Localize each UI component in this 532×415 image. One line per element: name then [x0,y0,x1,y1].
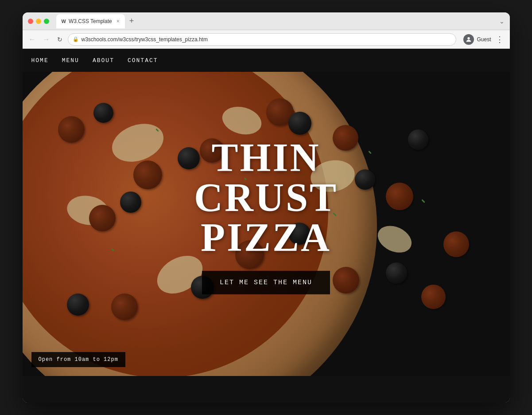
lock-icon: 🔒 [73,36,79,42]
title-bar: W W3.CSS Template × + ⌄ [23,12,510,30]
svg-point-0 [468,37,470,39]
maximize-button[interactable] [44,19,49,24]
hero-title-line1: THIN [144,138,388,178]
back-button[interactable]: ← [27,34,38,45]
url-text: w3schools.com/w3css/tryw3css_templates_p… [82,36,208,43]
forward-button[interactable]: → [41,34,52,45]
hero-section: THIN CRUST PIZZA Let me see the menu Ope… [23,72,510,376]
more-options-button[interactable]: ⋮ [494,35,505,44]
address-bar: ← → ↻ 🔒 w3schools.com/w3css/tryw3css_tem… [23,30,510,49]
minimize-button[interactable] [36,19,41,24]
open-hours-badge: Open from 10am to 12pm [31,352,125,367]
hero-cta-button[interactable]: Let me see the menu [202,271,330,294]
tab-favicon: W [62,19,66,24]
tab-close-icon[interactable]: × [116,18,120,24]
url-bar[interactable]: 🔒 w3schools.com/w3css/tryw3css_templates… [68,33,457,46]
traffic-lights [28,19,49,24]
new-tab-button[interactable]: + [127,16,137,26]
profile-area: Guest ⋮ [463,34,505,45]
browser-tab[interactable]: W W3.CSS Template × [56,14,125,28]
hero-title-line2: CRUST PIZZA [144,178,388,258]
nav-home[interactable]: HOME [31,57,49,64]
hero-text: THIN CRUST PIZZA Let me see the menu [144,138,388,294]
profile-label: Guest [477,36,491,43]
browser-window: W W3.CSS Template × + ⌄ ← → ↻ 🔒 w3school… [23,12,510,403]
nav-contact[interactable]: CONTACT [128,57,158,64]
nav-about[interactable]: ABOUT [93,57,114,64]
tab-menu-chevron[interactable]: ⌄ [499,18,505,25]
hero-title: THIN CRUST PIZZA [144,138,388,258]
tab-title: W3.CSS Template [69,18,112,24]
refresh-button[interactable]: ↻ [55,34,64,45]
profile-icon[interactable] [463,34,474,45]
nav-menu[interactable]: MENU [62,57,79,64]
site-footer [23,376,510,403]
close-button[interactable] [28,19,33,24]
tab-bar: W W3.CSS Template × + ⌄ [56,14,505,28]
site-nav: HOME MENU ABOUT CONTACT [23,49,510,72]
website-content: HOME MENU ABOUT CONTACT [23,49,510,403]
